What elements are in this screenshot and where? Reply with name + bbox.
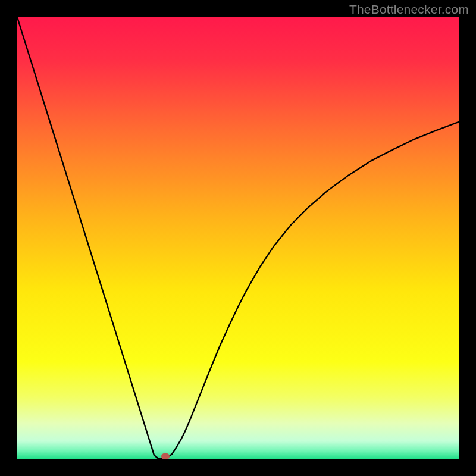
watermark-text: TheBottlenecker.com xyxy=(349,2,469,17)
plot-area xyxy=(17,17,459,459)
chart-frame: TheBottlenecker.com xyxy=(0,0,476,476)
bottleneck-curve xyxy=(17,17,459,459)
minimum-point-marker xyxy=(161,453,170,459)
